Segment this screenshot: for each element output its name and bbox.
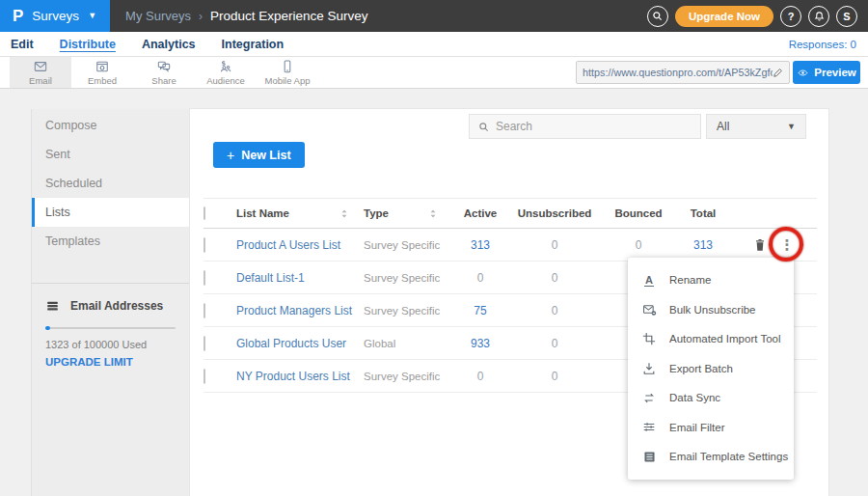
row-checkbox[interactable]	[203, 369, 205, 384]
header-unsubscribed: Unsubscribed	[508, 207, 601, 219]
channel-mobile-app[interactable]: Mobile App	[257, 57, 318, 88]
active-count: 0	[452, 271, 508, 285]
active-count[interactable]: 313	[452, 238, 508, 252]
tab-integration[interactable]: Integration	[222, 38, 285, 51]
sidebar-item-compose[interactable]: Compose	[32, 111, 189, 140]
list-name-link[interactable]: Global Products User	[236, 337, 364, 350]
unsubscribed-count: 0	[508, 304, 601, 317]
sort-icon[interactable]	[429, 208, 437, 219]
bounced-count: 0	[601, 238, 676, 252]
unsubscribed-count: 0	[508, 238, 601, 252]
channel-embed-label: Embed	[88, 75, 117, 86]
channel-share-label: Share	[151, 75, 176, 86]
menu-item-label: Bulk Unsubscribe	[669, 304, 755, 316]
menu-item-bulk-unsubscribe[interactable]: Bulk Unsubscribe	[628, 295, 794, 325]
delete-list-button[interactable]	[747, 238, 773, 252]
sidebar-item-scheduled[interactable]: Scheduled	[32, 169, 189, 198]
menu-item-email-filter[interactable]: Email Filter	[628, 413, 794, 443]
search-icon	[652, 11, 663, 21]
list-filter-dropdown[interactable]: All ▼	[706, 114, 806, 139]
survey-url-input[interactable]	[583, 67, 773, 78]
channel-audience-label: Audience	[206, 75, 245, 86]
menu-item-label: Data Sync	[669, 392, 720, 403]
list-search-box[interactable]	[469, 114, 701, 139]
menu-item-label: Automated Import Tool	[669, 333, 781, 344]
row-checkbox[interactable]	[203, 336, 205, 351]
account-avatar[interactable]: S	[836, 6, 857, 27]
template-document-icon	[641, 451, 657, 463]
list-type: Survey Specific	[364, 305, 452, 317]
edit-url-pencil-icon[interactable]	[773, 68, 783, 78]
help-button[interactable]: ?	[780, 6, 801, 27]
notifications-button[interactable]	[808, 6, 829, 27]
channel-share[interactable]: Share	[133, 57, 195, 88]
active-count[interactable]: 933	[452, 337, 508, 350]
product-switcher[interactable]: P Surveys ▼	[0, 0, 110, 32]
menu-item-automated-import-tool[interactable]: Automated Import Tool	[628, 324, 794, 354]
preview-button[interactable]: Preview	[793, 61, 860, 84]
unsubscribed-count: 0	[508, 271, 601, 285]
unsubscribe-envelope-icon	[641, 303, 657, 317]
row-checkbox[interactable]	[203, 237, 205, 253]
menu-item-label: Email Template Settings	[669, 451, 788, 462]
stacked-list-icon	[45, 300, 60, 313]
menu-item-email-template-settings[interactable]: Email Template Settings	[628, 442, 794, 472]
list-name-link[interactable]: Default List-1	[236, 271, 364, 285]
sort-icon[interactable]	[340, 208, 348, 219]
list-type: Survey Specific	[364, 272, 452, 284]
survey-nav-tabs: Edit Distribute Analytics Integration Re…	[0, 32, 868, 57]
global-search-button[interactable]	[647, 6, 668, 27]
channel-mobile-app-label: Mobile App	[264, 75, 310, 86]
search-icon	[478, 122, 489, 132]
menu-item-export-batch[interactable]: Export Batch	[628, 354, 794, 384]
new-list-button-label: New List	[241, 149, 290, 162]
channel-audience[interactable]: Audience	[195, 57, 257, 88]
tab-distribute[interactable]: Distribute	[60, 38, 116, 51]
breadcrumb-current-survey: Product Experience Survey	[210, 9, 368, 23]
header-active: Active	[452, 207, 508, 219]
total-count[interactable]: 313	[676, 238, 730, 252]
active-count: 0	[452, 370, 508, 383]
upgrade-now-button[interactable]: Upgrade Now	[675, 6, 773, 27]
channel-email[interactable]: Email	[10, 57, 71, 88]
survey-url-field[interactable]	[576, 61, 790, 84]
rename-text-icon: A	[641, 274, 657, 287]
row-actions-context-menu: A Rename Bulk Unsubscribe Automated Impo…	[628, 258, 794, 480]
new-list-button[interactable]: + New List	[213, 142, 305, 168]
sidebar-item-sent[interactable]: Sent	[32, 140, 189, 169]
questionpro-logo: P	[13, 8, 23, 24]
email-addresses-title: Email Addresses	[70, 299, 163, 313]
menu-item-label: Export Batch	[669, 363, 733, 374]
sidebar-item-templates[interactable]: Templates	[32, 227, 189, 256]
tab-analytics[interactable]: Analytics	[142, 38, 196, 51]
sidebar-item-lists[interactable]: Lists	[32, 198, 189, 227]
smartphone-icon	[280, 60, 295, 73]
row-checkbox[interactable]	[203, 270, 205, 286]
tab-edit[interactable]: Edit	[11, 38, 34, 51]
list-name-link[interactable]: NY Product Users List	[236, 370, 364, 383]
table-row: Product A Users List Survey Specific 313…	[203, 229, 817, 262]
embed-window-icon	[95, 60, 110, 73]
chevron-down-icon: ▼	[787, 123, 796, 131]
menu-item-label: Email Filter	[669, 422, 725, 433]
top-bar: P Surveys ▼ My Surveys › Product Experie…	[0, 0, 868, 32]
row-actions-menu-button[interactable]: ⋮	[773, 237, 801, 252]
list-name-link[interactable]: Product Managers List	[236, 304, 364, 317]
list-name-link[interactable]: Product A Users List	[236, 238, 364, 252]
breadcrumb-separator: ›	[199, 10, 203, 23]
list-search-input[interactable]	[496, 120, 692, 133]
select-all-checkbox[interactable]	[203, 207, 205, 220]
responses-count: Responses: 0	[789, 39, 868, 50]
menu-item-rename[interactable]: A Rename	[628, 265, 794, 295]
audience-people-icon	[218, 60, 233, 73]
active-count[interactable]: 75	[452, 304, 508, 317]
header-type: Type	[364, 207, 389, 219]
menu-item-data-sync[interactable]: Data Sync	[628, 383, 794, 413]
email-usage-progress-fill	[45, 326, 50, 330]
preview-button-label: Preview	[814, 67, 855, 78]
breadcrumb-my-surveys[interactable]: My Surveys	[125, 9, 191, 23]
share-bubbles-icon	[156, 60, 172, 73]
channel-embed[interactable]: Embed	[71, 57, 133, 88]
row-checkbox[interactable]	[203, 303, 205, 318]
upgrade-limit-link[interactable]: UPGRADE LIMIT	[45, 356, 176, 368]
